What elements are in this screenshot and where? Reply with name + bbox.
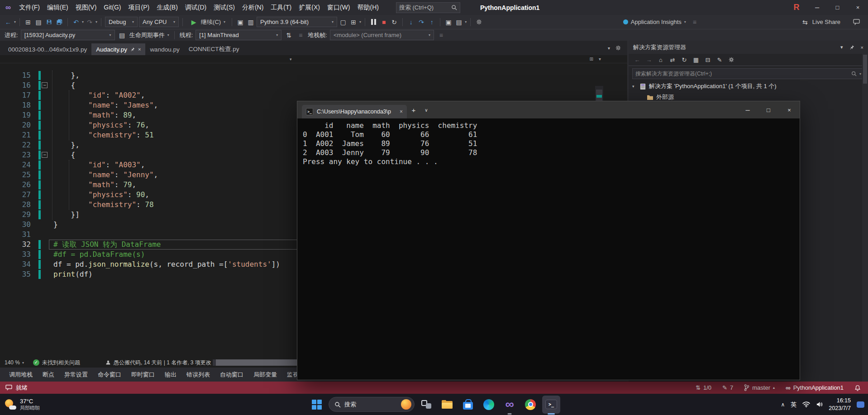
microsoft-store-button[interactable]	[459, 396, 477, 414]
forward-icon[interactable]: →	[644, 55, 654, 65]
scope-dropdown-icon[interactable]: ▾	[290, 57, 292, 61]
panel-tab[interactable]: 错误列表	[182, 368, 215, 382]
menu-item[interactable]: 调试(D)	[181, 0, 210, 15]
redo-icon[interactable]: ↷	[85, 17, 94, 28]
application-insights-button[interactable]: Application Insights ▾	[620, 17, 689, 28]
notifications-bell[interactable]	[854, 385, 861, 391]
menu-item[interactable]: 项目(P)	[124, 0, 153, 15]
feedback-icon[interactable]	[852, 17, 861, 28]
menu-item[interactable]: 视图(V)	[72, 0, 100, 15]
terminal-output[interactable]: id name math physics chemistry 0 A001 To…	[297, 118, 800, 380]
refresh-icon[interactable]: ↻	[679, 55, 689, 65]
new-file-icon[interactable]: ⊞	[24, 17, 33, 28]
quick-search-box[interactable]: 搜索 (Ctrl+Q)	[396, 2, 460, 13]
sync-with-active-document-icon[interactable]: ⇄	[668, 55, 677, 65]
step-into-icon[interactable]: ↓	[406, 17, 415, 28]
lifecycle-icon[interactable]: ▤	[118, 30, 127, 41]
toolbar-overflow-icon[interactable]: ≡	[437, 30, 446, 41]
process-select[interactable]: [15932] Audacity.py▾	[21, 30, 115, 40]
python-environment-select[interactable]: Python 3.9 (64-bit)▾	[257, 17, 337, 27]
navigate-back-icon[interactable]: ←	[4, 17, 13, 28]
editor-tab[interactable]: Audacity.py×	[91, 43, 145, 55]
document-list-icon[interactable]: ▾	[608, 46, 610, 51]
file-explorer-button[interactable]	[438, 396, 456, 414]
panel-tab[interactable]: 断点	[38, 368, 59, 382]
minimize-button[interactable]: ─	[737, 101, 758, 118]
close-button[interactable]: ×	[779, 101, 800, 118]
toolbar-overflow-icon[interactable]: ≡	[690, 17, 699, 28]
menu-item[interactable]: 文件(F)	[15, 0, 43, 15]
panel-tab[interactable]: 命令窗口	[93, 368, 126, 382]
fold-collapse-icon[interactable]: −	[42, 82, 48, 88]
taskbar-search[interactable]: 搜索	[329, 397, 415, 412]
collapse-all-icon[interactable]: ⊟	[703, 55, 713, 65]
settings-gear-icon[interactable]	[474, 17, 483, 28]
menu-item[interactable]: 编辑(E)	[43, 0, 72, 15]
tray-expand-icon[interactable]: ∧	[781, 401, 785, 408]
save-all-icon[interactable]	[55, 17, 64, 28]
menu-item[interactable]: Git(G)	[100, 0, 124, 15]
solution-search-box[interactable]: 搜索解决方案资源管理器(Ctrl+;) ▾	[632, 68, 864, 79]
live-share-button[interactable]: ⇆ Live Share	[798, 17, 843, 28]
notification-badge[interactable]	[857, 401, 864, 408]
open-file-icon[interactable]: ▤	[34, 17, 43, 28]
maximize-button[interactable]: □	[758, 101, 779, 118]
edge-button[interactable]	[480, 396, 498, 414]
browser-button[interactable]	[521, 396, 539, 414]
solution-explorer-header[interactable]: 解决方案资源管理器 ▾ ×	[629, 41, 868, 54]
attach-icon[interactable]: ▣	[236, 17, 245, 28]
new-tab-icon[interactable]: +	[407, 101, 420, 118]
tab-dropdown-icon[interactable]: ∨	[420, 101, 432, 118]
tree-item-solution[interactable]: ▾ 解决方案 'PythonApplication1' (1 个项目, 共 1 …	[629, 81, 868, 92]
save-icon[interactable]	[44, 17, 53, 28]
menu-item[interactable]: 窗口(W)	[324, 0, 354, 15]
tab-settings-gear-icon[interactable]	[615, 45, 621, 51]
terminal-window[interactable]: >_ C:\Users\Happy\anaconda3\p × + ∨ ─ □ …	[297, 101, 800, 380]
close-button[interactable]: ×	[848, 0, 868, 15]
pending-changes-filter-icon[interactable]: ✎	[715, 55, 725, 65]
terminal-tab[interactable]: >_ C:\Users\Happy\anaconda3\p ×	[302, 105, 407, 118]
scrollbar-thumb[interactable]	[863, 55, 867, 84]
platform-select[interactable]: Any CPU▾	[139, 17, 179, 27]
repository-status[interactable]: ∞ PythonApplication1	[786, 384, 844, 391]
test-list-icon[interactable]: ▥	[246, 17, 255, 28]
task-view-button[interactable]	[417, 396, 435, 414]
menu-item[interactable]: 生成(B)	[153, 0, 181, 15]
menu-item[interactable]: 帮助(H)	[353, 0, 382, 15]
panel-tab[interactable]: 局部变量	[249, 368, 281, 382]
minimize-button[interactable]: ─	[807, 0, 827, 15]
editor-tab[interactable]: wandou.py	[145, 43, 184, 55]
output-window-icon[interactable]: ▤	[454, 17, 463, 28]
solution-scrollbar[interactable]	[862, 54, 868, 382]
fold-collapse-icon[interactable]: −	[42, 152, 48, 158]
step-over-icon[interactable]: ↷	[417, 17, 426, 28]
continue-button[interactable]: ▶ 继续(C) ▾	[186, 17, 228, 28]
restart-icon[interactable]: ↻	[390, 17, 399, 28]
back-icon[interactable]: ←	[632, 55, 642, 65]
environment-grid-icon[interactable]: ⊞	[349, 17, 358, 28]
thread-select[interactable]: [1] MainThread▾	[196, 30, 281, 40]
show-all-files-icon[interactable]: ▦	[691, 55, 701, 65]
pending-edits-status[interactable]: ✎7	[722, 384, 733, 391]
split-window-icon[interactable]: ⊞	[590, 57, 593, 61]
menu-item[interactable]: 工具(T)	[267, 0, 295, 15]
feedback-status-icon[interactable]	[5, 385, 12, 391]
code-health-indicator[interactable]: ✓ 未找到相关问题	[33, 359, 80, 367]
close-panel-icon[interactable]: ×	[861, 45, 863, 50]
git-branch-status[interactable]: master▴	[744, 384, 775, 391]
menu-item[interactable]: 扩展(X)	[295, 0, 324, 15]
start-button[interactable]	[308, 396, 326, 414]
close-tab-icon[interactable]: ×	[400, 108, 403, 115]
panel-tab[interactable]: 输出	[160, 368, 181, 382]
volume-icon[interactable]	[816, 401, 823, 407]
close-tab-icon[interactable]: ×	[138, 47, 141, 52]
terminal-taskbar-button[interactable]: >_	[542, 396, 560, 414]
git-sync-status[interactable]: ⇅1/0	[696, 384, 711, 391]
properties-icon[interactable]	[726, 55, 736, 65]
panel-tab[interactable]: 调用堆栈	[5, 368, 37, 382]
pause-icon[interactable]	[369, 17, 378, 28]
undo-icon[interactable]: ↶	[72, 17, 81, 28]
scrollbar-thumb[interactable]	[216, 359, 297, 366]
chevron-down-icon[interactable]: ▾	[840, 44, 843, 50]
clock[interactable]: 16:15 2023/7/7	[829, 397, 851, 412]
